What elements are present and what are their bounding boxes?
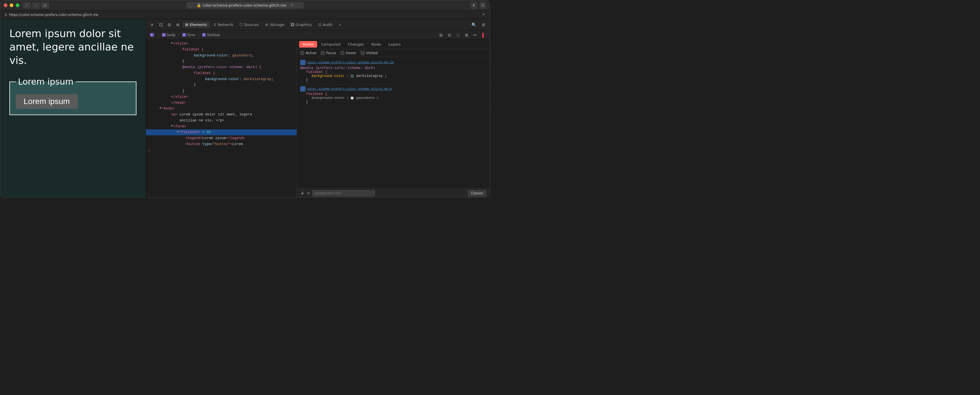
filter-styles-input[interactable] xyxy=(312,190,375,196)
tree-line-body: ▼<body> xyxy=(146,106,297,112)
visited-checkbox[interactable] xyxy=(361,51,365,55)
styles-pane: Styles Computed Changes Node Layers xyxy=(297,40,490,198)
grid-icon-1[interactable]: ⊞ xyxy=(437,31,445,39)
at-rule-media: @media (prefers-color-scheme: dark) xyxy=(300,65,375,70)
tab-changes[interactable]: Changes xyxy=(344,41,368,48)
breadcrumb-fieldset-e-tag: E xyxy=(202,33,206,37)
breadcrumb-form-label: form xyxy=(188,33,196,37)
breadcrumb-body-e-tag: E xyxy=(162,33,166,37)
css-braces-icon-1: {} xyxy=(300,60,305,65)
box-model-icon[interactable]: □ xyxy=(454,31,462,39)
tree-line-fieldset-1: fieldset { xyxy=(146,47,297,53)
tab-elements[interactable]: ⊞ Elements xyxy=(182,21,210,28)
network-tab-label: Network xyxy=(218,22,233,27)
tab-sources[interactable]: ☐ Sources xyxy=(237,21,262,28)
tab-audit[interactable]: ⊡ Audit xyxy=(315,21,335,28)
css-source-link-1[interactable]: color-scheme-prefers-color-scheme.glitch… xyxy=(307,61,394,64)
css-selector-2: fieldset { xyxy=(306,92,327,96)
breadcrumb-e[interactable]: E xyxy=(148,32,157,37)
breadcrumb-form-e-tag: E xyxy=(182,33,186,37)
focus-checkbox[interactable] xyxy=(321,51,325,55)
close-button[interactable] xyxy=(4,3,7,7)
edit-icon[interactable]: ✏ xyxy=(471,31,479,39)
hover-label: Hover xyxy=(346,51,356,55)
tree-line-bg-gainsboro: background-color: gainsboro; xyxy=(146,53,297,59)
preview-button[interactable]: Lorem ipsum xyxy=(16,94,78,109)
tab-styles[interactable]: Styles xyxy=(299,41,317,48)
console-arrow: › xyxy=(148,148,150,153)
reload-icon[interactable]: ↻ xyxy=(290,3,293,7)
state-visited[interactable]: Visited xyxy=(361,51,378,55)
devtools-toolbar: ✕ ⊡ ⧉ ⊕ ⊞ Elements ↕ Network ☐ Sources ⊚… xyxy=(146,19,490,30)
css-rule-media-dark: {} color-scheme-prefers-color-scheme.gli… xyxy=(297,59,490,84)
highlight-icon[interactable]: ▌ xyxy=(480,31,487,39)
window-buttons: ⬆ ⊡ xyxy=(470,2,486,9)
devtools-close-button[interactable]: ✕ xyxy=(148,21,156,29)
preview-fieldset: Lorem ipsum Lorem ipsum xyxy=(10,76,137,115)
tree-line-fieldset-2: fieldset { xyxy=(146,70,297,76)
tab-computed[interactable]: Computed xyxy=(318,41,344,48)
tab-storage[interactable]: ⊚ Storage xyxy=(262,21,287,28)
breadcrumb-form[interactable]: E form xyxy=(180,32,197,38)
state-checkboxes-row: Active Focus Hover Visited xyxy=(297,49,490,57)
element-picker-icon[interactable]: ⊡ xyxy=(157,21,165,29)
tab-layers[interactable]: Layers xyxy=(385,41,404,48)
full-url-text: https://color-scheme-prefers-color-schem… xyxy=(9,13,98,17)
share-button[interactable]: ⬆ xyxy=(470,2,477,9)
forward-button[interactable]: › xyxy=(32,2,40,8)
color-swatch-darkslategray xyxy=(351,75,353,78)
add-rule-icon[interactable]: + xyxy=(300,190,305,196)
tab-node[interactable]: Node xyxy=(368,41,385,48)
print-icon[interactable]: ⊟ xyxy=(446,31,453,39)
device-icon[interactable]: ⧉ xyxy=(165,21,173,29)
css-prop-row-1: background-color : darkslategray ; xyxy=(306,74,486,78)
styles-bottom-bar: + ⊚ Classes xyxy=(297,188,490,198)
address-bar[interactable]: 🔒 color-scheme-prefers-color-scheme.glit… xyxy=(186,2,304,8)
settings-button[interactable]: ⚙ xyxy=(479,21,487,29)
traffic-lights xyxy=(4,3,19,7)
minimize-button[interactable] xyxy=(10,3,13,7)
breadcrumb-body-label: body xyxy=(167,33,176,37)
state-hover[interactable]: Hover xyxy=(340,51,356,55)
css-prop-bg-1: background-color xyxy=(312,74,344,78)
tab-graphics[interactable]: 🖼 Graphics xyxy=(288,21,315,28)
elements-tab-icon: ⊞ xyxy=(185,22,188,27)
audit-tab-icon: ⊡ xyxy=(318,22,321,27)
state-focus[interactable]: Focus xyxy=(321,51,336,55)
new-tab-button[interactable]: + xyxy=(482,12,485,18)
bc-sep-3: › xyxy=(198,33,199,37)
tree-line-fieldset-selected[interactable]: ▼<fieldset> = $0 xyxy=(146,129,297,135)
preview-paragraph: Lorem ipsum dolor sit amet, legere ancil… xyxy=(10,27,137,67)
back-button[interactable]: ‹ xyxy=(23,2,31,8)
tabs-button[interactable]: ⊡ xyxy=(479,2,486,9)
console-prompt[interactable]: › xyxy=(146,147,297,154)
filter-icon: ⊚ xyxy=(307,191,310,195)
css-rule-2-body: fieldset { background-color : gainsboro … xyxy=(300,92,486,104)
css-source-link-2[interactable]: color-scheme-prefers-color-scheme.glitch… xyxy=(307,87,392,91)
devtools-body: ▼<style> fieldset { background-color: ga… xyxy=(146,40,490,198)
devtools-panel: ✕ ⊡ ⧉ ⊕ ⊞ Elements ↕ Network ☐ Sources ⊚… xyxy=(146,19,490,198)
active-label: Active xyxy=(306,51,316,55)
reader-button[interactable]: ⊟ xyxy=(41,2,49,8)
elements-tree-pane[interactable]: ▼<style> fieldset { background-color: ga… xyxy=(146,40,297,198)
css-prop-bg-2: background-color xyxy=(312,96,344,100)
css-source-1: {} color-scheme-prefers-color-scheme.gli… xyxy=(300,60,486,65)
maximize-button[interactable] xyxy=(16,3,19,7)
inspector-icon[interactable]: ⊕ xyxy=(174,21,182,29)
classes-button[interactable]: Classes xyxy=(468,190,486,196)
graphics-tab-label: Graphics xyxy=(296,22,312,27)
state-active[interactable]: Active xyxy=(300,51,316,55)
css-prop-row-2: background-color : gainsboro ; xyxy=(306,96,486,100)
tree-line-head-close: </head> xyxy=(146,100,297,106)
breadcrumb-fieldset[interactable]: E fieldset xyxy=(200,32,222,38)
breadcrumb-row: E › E body › E form › E fieldset ⊞ ⊟ □ ⊠ xyxy=(146,30,490,40)
tab-more[interactable]: » xyxy=(336,21,344,28)
breadcrumb-body[interactable]: E body xyxy=(160,32,178,38)
grid-icon-2[interactable]: ⊠ xyxy=(463,31,470,39)
titlebar: ‹ › ⊟ 🔒 color-scheme-prefers-color-schem… xyxy=(0,0,490,11)
search-button[interactable]: 🔍 xyxy=(470,21,478,29)
active-checkbox[interactable] xyxy=(300,51,304,55)
tab-network[interactable]: ↕ Network xyxy=(210,21,236,28)
css-val-darkslategray: darkslategray xyxy=(356,74,383,78)
hover-checkbox[interactable] xyxy=(340,51,344,55)
